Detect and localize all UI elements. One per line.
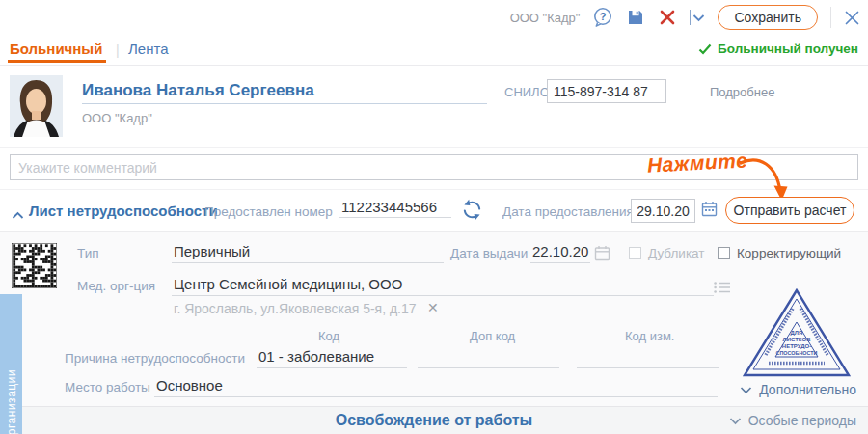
correcting-label: Корректирующий <box>737 246 841 260</box>
provided-date-input[interactable] <box>631 199 695 223</box>
provided-number-input[interactable] <box>339 199 451 218</box>
save-icon[interactable] <box>626 8 645 27</box>
extra-code-header: Доп код <box>470 329 515 343</box>
provided-date-label: Дата предоставления <box>502 204 634 219</box>
correcting-checkbox[interactable] <box>718 247 730 259</box>
delete-icon[interactable] <box>658 8 677 27</box>
cause-code-value[interactable]: 01 - заболевание <box>257 348 407 368</box>
type-value[interactable]: Первичный <box>172 243 444 263</box>
chevron-down-icon <box>740 386 752 394</box>
status-received-label: Больничный получен <box>718 41 858 56</box>
employee-company: ООО "Кадр" <box>82 111 152 125</box>
snils-label: СНИЛС <box>504 85 549 99</box>
employee-name-link[interactable]: Иванова Наталья Сергеевна <box>82 81 314 100</box>
cause-label: Причина нетрудоспособности <box>65 351 245 366</box>
collapse-section-icon[interactable] <box>12 206 24 224</box>
issue-date-label: Дата выдачи <box>450 246 528 260</box>
workplace-label: Место работы <box>65 380 150 394</box>
chevron-down-icon <box>729 417 742 425</box>
duplicate-label: Дубликат <box>648 246 704 260</box>
svg-text:СПОСОБНОСТИ: СПОСОБНОСТИ <box>776 350 818 356</box>
snils-input[interactable] <box>547 79 666 103</box>
window-toolbar: ООО "Кадр" ? Сохранить <box>0 0 868 35</box>
duplicate-checkbox <box>629 247 641 259</box>
clear-address-icon[interactable]: ✕ <box>427 300 439 315</box>
code-header: Код <box>318 329 339 343</box>
svg-text:ДЛЯ: ДЛЯ <box>791 330 803 336</box>
svg-text:НЕТРУДО-: НЕТРУДО- <box>782 343 811 349</box>
special-periods-dropdown[interactable]: Особые периоды <box>729 413 856 428</box>
type-label: Тип <box>77 246 99 260</box>
sidebar-tab-organizations[interactable]: Организации <box>0 294 22 434</box>
details-link[interactable]: Подробнее <box>710 85 774 99</box>
med-org-address: г. Ярославль, ул.Яковлевская 5-я, д.17 <box>174 301 417 316</box>
close-icon[interactable] <box>844 10 860 26</box>
help-icon[interactable]: ? <box>592 7 613 28</box>
datamatrix-code <box>12 243 57 288</box>
employee-photo <box>10 75 63 137</box>
provided-number-label: Предоставлен номер <box>204 204 333 219</box>
calendar-disabled-icon <box>594 245 610 265</box>
tab-sick-leave[interactable]: Больничный <box>10 41 102 57</box>
active-tab-underline <box>8 60 106 63</box>
company-label: ООО "Кадр" <box>510 11 581 25</box>
check-icon <box>698 43 712 55</box>
med-org-value[interactable]: Центр Семейной медицины, ООО <box>172 276 714 296</box>
calendar-icon[interactable] <box>701 201 718 221</box>
sick-leave-stamp: ДЛЯ ЛИСТКОВ НЕТРУДО- СПОСОБНОСТИ <box>741 286 853 379</box>
section-title: Лист нетрудоспособности <box>29 203 218 219</box>
extra-code-input[interactable] <box>418 350 559 368</box>
status-received: Больничный получен <box>698 41 858 56</box>
list-select-icon[interactable] <box>714 281 731 298</box>
svg-text:ЛИСТКОВ: ЛИСТКОВ <box>782 337 811 342</box>
more-actions-dropdown[interactable] <box>690 10 705 25</box>
issue-date-value[interactable]: 22.10.20 <box>530 243 590 263</box>
send-calculation-button[interactable]: Отправить расчет <box>725 197 854 224</box>
code-change-header: Код изм. <box>625 329 675 343</box>
code-change-input[interactable] <box>577 350 719 368</box>
workplace-value[interactable]: Основное <box>154 377 718 397</box>
save-button[interactable]: Сохранить <box>718 5 818 30</box>
svg-text:?: ? <box>600 11 607 22</box>
chevron-down-icon <box>692 14 705 22</box>
med-org-label: Мед. орг-ция <box>77 279 155 293</box>
additional-dropdown[interactable]: Дополнительно <box>740 382 856 397</box>
refresh-icon[interactable] <box>461 199 483 225</box>
tab-feed[interactable]: Лента <box>128 41 169 57</box>
